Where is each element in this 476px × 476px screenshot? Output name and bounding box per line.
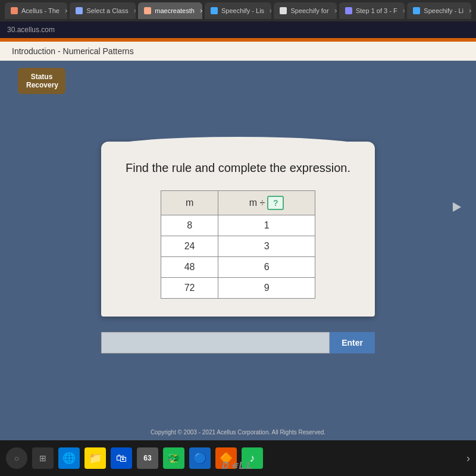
tab-close-icon[interactable]: ✕	[199, 8, 202, 14]
tab-label: maecreatesth	[155, 7, 195, 14]
tab-label: Step 1 of 3 - F	[356, 7, 397, 14]
taskbar-icon-green[interactable]: 🐲	[163, 447, 184, 469]
question-text: Find the rule and complete the expressio…	[125, 159, 351, 176]
taskbar-icon-edge[interactable]: 🌐	[58, 447, 80, 469]
tab-close-icon[interactable]: ✕	[133, 8, 136, 14]
address-text: 30.acellus.com	[7, 26, 55, 34]
tab-close-icon[interactable]: ✕	[402, 8, 405, 14]
tab-speechify2[interactable]: Speechify for ✕	[274, 2, 337, 19]
lesson-title: Introduction - Numerical Patterns	[12, 46, 134, 56]
taskbar-start-button[interactable]: ○	[6, 447, 27, 469]
table-row: 72 9	[161, 278, 315, 299]
tab-label: Speechify for	[290, 7, 328, 14]
pattern-table: m m ÷ ? 8 1 24	[161, 190, 315, 299]
dell-logo: D∊LL	[222, 460, 254, 476]
cell-m: 24	[161, 236, 218, 257]
tab-label: Select a Class	[86, 7, 128, 14]
tab-label: Speechify - Li	[424, 7, 464, 14]
copyright: Copyright © 2003 - 2021 Acellus Corporat…	[151, 429, 325, 436]
content-area: Find the rule and complete the expressio…	[0, 61, 476, 440]
question-card: Find the rule and complete the expressio…	[101, 142, 375, 317]
taskbar-chevron[interactable]: ›	[466, 452, 470, 465]
taskbar-icon-blue[interactable]: 🔵	[189, 447, 211, 469]
mouse-cursor	[453, 202, 461, 212]
tab-speechify1[interactable]: Speechify - Lis ✕	[205, 2, 271, 19]
table-row: 8 1	[161, 215, 315, 236]
cell-result: 6	[218, 257, 315, 278]
recovery-label: Recovery	[26, 81, 57, 89]
table-row: 48 6	[161, 257, 315, 278]
status-label: Status	[26, 73, 57, 81]
col-expr-header: m ÷ ?	[218, 191, 315, 215]
tab-close-icon[interactable]: ✕	[64, 8, 67, 14]
taskbar: ○ ⊞ 🌐 📁 🛍 63 🐲 🔵 🔶 ♪ D∊LL ›	[0, 440, 476, 476]
tab-mae[interactable]: maecreatesth ✕	[138, 2, 202, 19]
browser-tabs: Acellus - The ✕ Select a Class ✕ maecrea…	[0, 0, 476, 21]
tab-label: Acellus - The	[21, 7, 60, 14]
cell-m: 8	[161, 215, 218, 236]
cell-m: 72	[161, 278, 218, 299]
answer-box: ?	[267, 196, 284, 210]
taskbar-icon-files[interactable]: 📁	[84, 447, 106, 469]
col-m-header: m	[161, 191, 218, 215]
address-bar[interactable]: 30.acellus.com	[0, 21, 476, 38]
col-expr-text: m ÷	[249, 198, 265, 208]
cell-m: 48	[161, 257, 218, 278]
tab-close-icon[interactable]: ✕	[269, 8, 271, 14]
tab-acellus[interactable]: Acellus - The ✕	[5, 2, 67, 19]
tab-close-icon[interactable]: ✕	[334, 8, 337, 14]
top-nav: Introduction - Numerical Patterns	[0, 42, 476, 61]
taskbar-icon-search[interactable]: ⊞	[32, 447, 54, 469]
taskbar-icon-63[interactable]: 63	[137, 447, 158, 469]
cell-result: 3	[218, 236, 315, 257]
main-content: Introduction - Numerical Patterns Status…	[0, 38, 476, 440]
tab-select-class[interactable]: Select a Class ✕	[70, 2, 136, 19]
tab-close-icon[interactable]: ✕	[468, 8, 471, 14]
sidebar-status-recovery[interactable]: Status Recovery	[18, 68, 65, 94]
tab-speechify3[interactable]: Speechify - Li ✕	[407, 2, 471, 19]
taskbar-icon-store[interactable]: 🛍	[111, 447, 132, 469]
tab-step1[interactable]: Step 1 of 3 - F ✕	[339, 2, 405, 19]
tab-label: Speechify - Lis	[221, 7, 264, 14]
input-area: Enter	[101, 332, 375, 353]
enter-button[interactable]: Enter	[330, 332, 375, 353]
cell-result: 1	[218, 215, 315, 236]
cell-result: 9	[218, 278, 315, 299]
answer-input[interactable]	[101, 332, 330, 353]
table-row: 24 3	[161, 236, 315, 257]
